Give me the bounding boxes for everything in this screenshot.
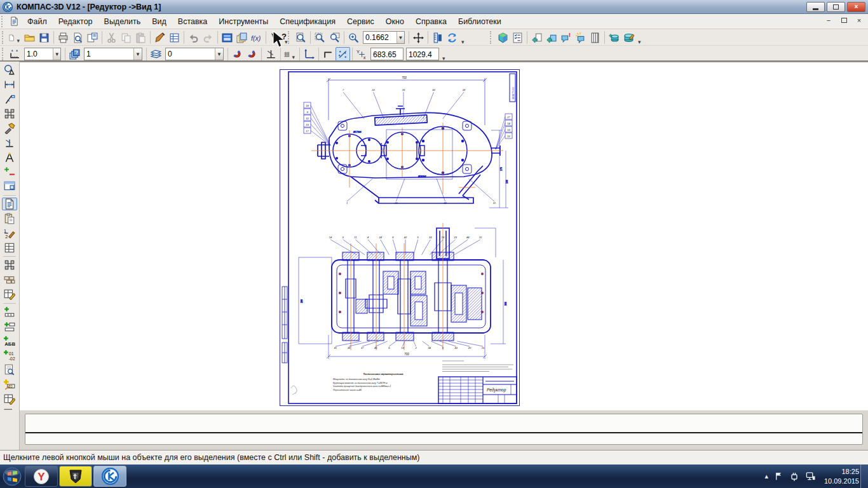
zoom-to-sheet-button[interactable]: [294, 30, 308, 44]
start-button[interactable]: [1, 466, 24, 487]
edit-object-button[interactable]: [621, 30, 636, 44]
new-view-button[interactable]: [573, 30, 588, 44]
toolbar-overflow[interactable]: ▾: [636, 39, 643, 45]
toolbar-grip[interactable]: [490, 31, 493, 44]
snaps-toggle-button[interactable]: [245, 47, 259, 61]
toolbar-grip[interactable]: [2, 31, 5, 44]
menu-item-9[interactable]: Справка: [410, 15, 452, 28]
taskbar-app-world-of-tanks[interactable]: [59, 466, 92, 487]
spec-add-row-button[interactable]: [2, 305, 17, 318]
rounding-button[interactable]: [321, 47, 336, 61]
menu-item-0[interactable]: Файл: [22, 15, 53, 28]
toolbar-grip[interactable]: [2, 48, 5, 60]
local-cs-button[interactable]: [302, 47, 316, 61]
network-icon[interactable]: [805, 471, 816, 481]
grid-toggle-dropdown[interactable]: ▾: [290, 54, 297, 60]
menu-grip[interactable]: [1, 16, 5, 27]
report-table-button[interactable]: [2, 241, 17, 254]
menu-item-3[interactable]: Вид: [146, 15, 172, 28]
tray-expand-icon[interactable]: ▴: [764, 472, 768, 480]
parametrization-tools-button[interactable]: [2, 136, 17, 149]
open-document-button[interactable]: [22, 30, 37, 44]
zoom-scale-combo-dropdown[interactable]: ▼: [397, 32, 404, 43]
print-button[interactable]: [56, 30, 71, 44]
copy-properties-button[interactable]: [153, 30, 167, 44]
show-desktop-button[interactable]: [860, 464, 868, 488]
menu-item-6[interactable]: Спецификация: [274, 15, 341, 28]
new-document-button[interactable]: ▾: [8, 30, 22, 44]
paste-button[interactable]: [133, 30, 148, 44]
rebuild-view-button[interactable]: [559, 30, 573, 44]
editing-tools-button[interactable]: [2, 121, 17, 135]
view-manager-button[interactable]: [588, 30, 602, 44]
print-setup-button[interactable]: [85, 30, 100, 44]
current-layer-combo[interactable]: ▼: [84, 48, 142, 60]
new-document-dropdown[interactable]: ▾: [15, 37, 22, 44]
spec-numbering-button[interactable]: [2, 349, 17, 362]
refresh-view-button[interactable]: [445, 30, 459, 44]
spec-add-section-button[interactable]: [2, 320, 17, 333]
tray-clock[interactable]: 18:25 10.09.2015: [824, 467, 859, 486]
menu-item-5[interactable]: Инструменты: [213, 15, 274, 28]
dimensions-tools-button[interactable]: [2, 78, 17, 92]
cursor-step-combo-input[interactable]: [25, 49, 53, 59]
current-layer-button[interactable]: [67, 47, 82, 61]
cursor-step-combo[interactable]: ▼: [24, 48, 61, 60]
spec-edit-mode-button[interactable]: [2, 393, 17, 406]
zoom-to-selection-button[interactable]: [313, 30, 327, 44]
macro-elements-button[interactable]: [2, 273, 17, 287]
copy-button[interactable]: [119, 30, 133, 44]
model-3d-button[interactable]: [496, 30, 510, 44]
geometry-tools-button[interactable]: [2, 64, 17, 77]
zoom-in-button[interactable]: [346, 30, 361, 44]
close-button[interactable]: ×: [847, 2, 865, 12]
current-style-combo-input[interactable]: [166, 49, 215, 59]
menu-item-8[interactable]: Окно: [380, 15, 410, 28]
cursor-step-button[interactable]: [8, 47, 22, 61]
measure-tools-button[interactable]: [2, 151, 17, 164]
insert-tools-button[interactable]: [2, 212, 17, 225]
selection-tools-button[interactable]: [2, 165, 17, 179]
coordinate-y-field-input[interactable]: [407, 50, 438, 60]
cut-button[interactable]: [104, 30, 119, 44]
action-center-flag-icon[interactable]: [774, 471, 783, 481]
coordinates-icon-button[interactable]: [355, 47, 369, 61]
snap-mode-button[interactable]: [336, 47, 350, 61]
menu-item-1[interactable]: Редактор: [53, 15, 98, 28]
current-layer-combo-input[interactable]: [85, 49, 133, 59]
redo-button[interactable]: [201, 30, 215, 44]
maximize-button[interactable]: [827, 2, 845, 12]
drawing-sheet[interactable]: КП.ВГТУ.000 700: [280, 69, 520, 406]
minimize-button[interactable]: [806, 2, 825, 12]
insert-fragment-button[interactable]: [544, 30, 559, 44]
variables-window-button[interactable]: [220, 30, 234, 44]
save-document-button[interactable]: [37, 30, 51, 44]
mdi-close-button[interactable]: ×: [854, 17, 864, 24]
zoom-scale-combo-input[interactable]: [363, 32, 397, 43]
layers-manager-button[interactable]: [234, 30, 249, 44]
specification-button[interactable]: [510, 30, 525, 44]
coordinate-y-field[interactable]: [406, 48, 439, 60]
print-preview-button[interactable]: [71, 30, 85, 44]
current-document-button[interactable]: [2, 198, 17, 211]
current-style-button[interactable]: [149, 47, 163, 61]
reference-grid-button[interactable]: [430, 30, 445, 44]
zoom-scale-combo[interactable]: ▼: [363, 31, 405, 44]
taskbar-app-yandex[interactable]: Y: [25, 466, 58, 487]
spec-text-part-button[interactable]: [2, 334, 17, 348]
menu-item-10[interactable]: Библиотеки: [452, 15, 507, 28]
object-properties-button[interactable]: [167, 30, 182, 44]
coordinate-x-field[interactable]: [370, 48, 403, 60]
designations-tools-button[interactable]: [2, 93, 17, 106]
menu-item-4[interactable]: Вставка: [172, 15, 213, 28]
power-plug-icon[interactable]: [789, 471, 799, 482]
insert-view-button[interactable]: [529, 30, 544, 44]
zoom-by-rectangle-button[interactable]: [327, 30, 342, 44]
toolbar-overflow[interactable]: ▾: [440, 55, 447, 62]
menu-item-7[interactable]: Сервис: [341, 15, 380, 28]
editing-grid-button[interactable]: [2, 107, 17, 121]
mdi-minimize-button[interactable]: −: [824, 17, 834, 24]
current-style-combo[interactable]: ▼: [165, 48, 224, 60]
cursor-step-combo-dropdown[interactable]: ▼: [53, 48, 60, 60]
undo-button[interactable]: [186, 30, 201, 44]
